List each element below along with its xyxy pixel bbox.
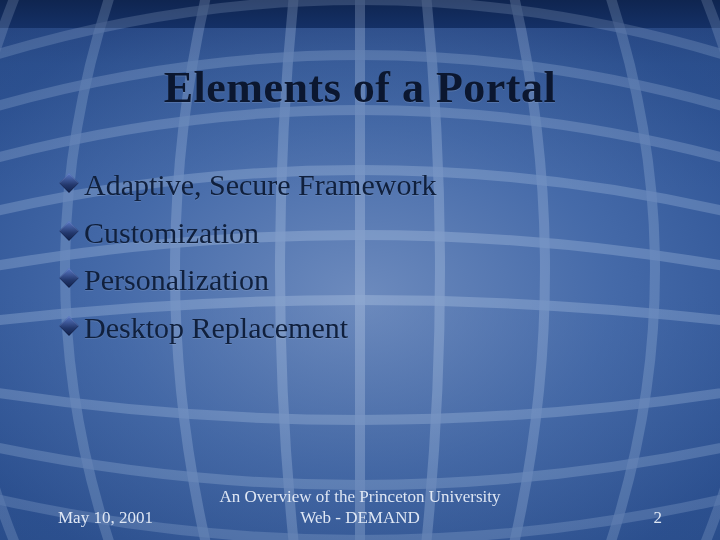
diamond-bullet-icon [59,173,79,193]
slide: Elements of a Portal Adaptive, Secure Fr… [0,0,720,540]
list-item: Customization [62,214,660,252]
diamond-bullet-icon [59,221,79,241]
diamond-bullet-icon [59,268,79,288]
footer-date: May 10, 2001 [58,508,209,528]
bullet-text: Customization [84,214,259,252]
bullet-list: Adaptive, Secure Framework Customization… [62,160,660,356]
list-item: Desktop Replacement [62,309,660,347]
bullet-text: Personalization [84,261,269,299]
list-item: Personalization [62,261,660,299]
footer-page-number: 2 [511,508,662,528]
slide-footer: May 10, 2001 An Overview of the Princeto… [58,487,662,528]
top-band [0,0,720,28]
footer-title: An Overview of the Princeton University … [209,487,511,528]
bullet-text: Desktop Replacement [84,309,348,347]
diamond-bullet-icon [59,316,79,336]
list-item: Adaptive, Secure Framework [62,166,660,204]
bullet-text: Adaptive, Secure Framework [84,166,436,204]
slide-title: Elements of a Portal [0,62,720,113]
